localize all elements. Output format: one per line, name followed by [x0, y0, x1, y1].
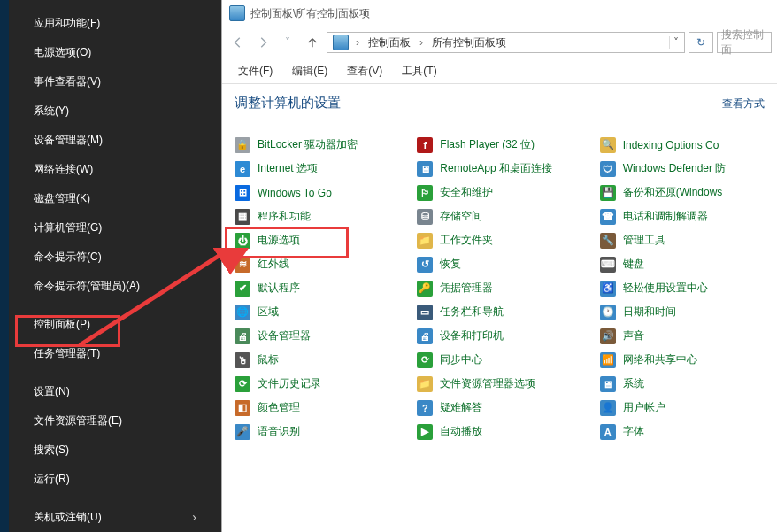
control-panel-item[interactable]: ▭任务栏和导航	[417, 304, 581, 320]
breadcrumb[interactable]: 控制面板	[363, 35, 416, 50]
control-panel-item[interactable]: 🔍Indexing Options Co	[600, 136, 765, 153]
item-label[interactable]: 工作文件夹	[440, 233, 493, 248]
item-label[interactable]: Indexing Options Co	[623, 139, 719, 151]
control-panel-item[interactable]: ⟳同步中心	[417, 351, 581, 368]
control-panel-item[interactable]: 🌐区域	[235, 304, 399, 320]
control-panel-item[interactable]: 🖥系统	[600, 375, 765, 392]
breadcrumb[interactable]: 所有控制面板项	[427, 35, 512, 50]
menu-tools[interactable]: 工具(T)	[396, 62, 442, 81]
item-label[interactable]: 声音	[623, 328, 644, 343]
ctx-control-panel[interactable]: 控制面板(P)	[9, 310, 221, 339]
item-label[interactable]: 语音识别	[258, 424, 300, 439]
ctx-network-connections[interactable]: 网络连接(W)	[9, 155, 221, 184]
control-panel-item[interactable]: 📁文件资源管理器选项	[417, 375, 581, 392]
ctx-system[interactable]: 系统(Y)	[9, 96, 221, 126]
control-panel-item[interactable]: 🔊声音	[600, 328, 765, 344]
item-label[interactable]: 默认程序	[258, 281, 300, 296]
control-panel-item[interactable]: ▦程序和功能	[235, 208, 399, 225]
ctx-run[interactable]: 运行(R)	[9, 465, 221, 494]
control-panel-item[interactable]: ♿轻松使用设置中心	[600, 280, 765, 297]
control-panel-item[interactable]: 📶网络和共享中心	[600, 351, 765, 368]
item-label[interactable]: Flash Player (32 位)	[440, 137, 535, 152]
control-panel-item[interactable]: 🔑凭据管理器	[417, 280, 581, 297]
control-panel-item[interactable]: 🔧管理工具	[600, 232, 765, 249]
control-panel-item[interactable]: 🔒BitLocker 驱动器加密	[235, 136, 399, 153]
ctx-search[interactable]: 搜索(S)	[9, 436, 221, 465]
control-panel-item[interactable]: ✔默认程序	[235, 280, 399, 297]
item-label[interactable]: 安全和维护	[440, 185, 493, 200]
control-panel-item[interactable]: 👤用户帐户	[600, 399, 765, 416]
chevron-right-icon[interactable]: ›	[356, 36, 359, 49]
control-panel-item[interactable]: ⛁存储空间	[417, 208, 581, 225]
item-label[interactable]: 键盘	[623, 257, 644, 272]
item-label[interactable]: 用户帐户	[623, 400, 665, 415]
item-label[interactable]: 网络和共享中心	[623, 352, 697, 367]
ctx-power-options[interactable]: 电源选项(O)	[9, 38, 221, 67]
ctx-task-manager[interactable]: 任务管理器(T)	[9, 339, 221, 368]
ctx-device-manager[interactable]: 设备管理器(M)	[9, 126, 221, 155]
menu-view[interactable]: 查看(V)	[342, 62, 388, 81]
control-panel-item[interactable]: ⟳文件历史记录	[235, 375, 399, 392]
item-label[interactable]: Windows Defender 防	[623, 161, 727, 176]
item-label[interactable]: 区域	[258, 305, 279, 320]
item-label[interactable]: 鼠标	[258, 352, 279, 367]
control-panel-item[interactable]: 🖨设备管理器	[235, 328, 399, 344]
item-label[interactable]: 文件资源管理器选项	[440, 376, 535, 391]
address-field[interactable]: › 控制面板 › 所有控制面板项 ˅	[327, 32, 685, 53]
item-label[interactable]: 自动播放	[440, 424, 482, 439]
control-panel-item[interactable]: A字体	[600, 423, 765, 440]
forward-button[interactable]	[252, 32, 273, 53]
ctx-apps-features[interactable]: 应用和功能(F)	[9, 9, 221, 38]
ctx-settings[interactable]: 设置(N)	[9, 377, 221, 406]
ctx-cmd[interactable]: 命令提示符(C)	[9, 243, 221, 272]
item-label[interactable]: 疑难解答	[440, 400, 482, 415]
item-label[interactable]: 文件历史记录	[258, 376, 321, 391]
item-label[interactable]: 存储空间	[440, 209, 482, 224]
item-label[interactable]: 红外线	[258, 257, 289, 272]
item-label[interactable]: BitLocker 驱动器加密	[258, 137, 358, 152]
item-label[interactable]: 管理工具	[623, 233, 665, 248]
control-panel-item[interactable]: 📁工作文件夹	[417, 232, 581, 249]
item-label[interactable]: RemoteApp 和桌面连接	[440, 161, 552, 176]
control-panel-item[interactable]: 🏳安全和维护	[417, 184, 581, 201]
control-panel-item[interactable]: 🛡Windows Defender 防	[600, 160, 765, 177]
up-button[interactable]	[302, 32, 323, 53]
item-label[interactable]: 轻松使用设置中心	[623, 281, 708, 296]
control-panel-item[interactable]: 🖨设备和打印机	[417, 328, 581, 344]
control-panel-item[interactable]: ↺恢复	[417, 256, 581, 273]
menu-edit[interactable]: 编辑(E)	[287, 62, 333, 81]
item-label[interactable]: 凭据管理器	[440, 281, 493, 296]
control-panel-item[interactable]: 💾备份和还原(Windows	[600, 184, 765, 201]
ctx-disk-management[interactable]: 磁盘管理(K)	[9, 184, 221, 213]
control-panel-item[interactable]: ⊞Windows To Go	[235, 184, 399, 201]
ctx-computer-management[interactable]: 计算机管理(G)	[9, 213, 221, 243]
control-panel-item[interactable]: eInternet 选项	[235, 160, 399, 177]
item-label[interactable]: 同步中心	[440, 352, 482, 367]
control-panel-item[interactable]: ▶自动播放	[417, 423, 581, 440]
item-label[interactable]: 任务栏和导航	[440, 305, 504, 320]
control-panel-item[interactable]: ◧颜色管理	[235, 399, 399, 416]
ctx-cmd-admin[interactable]: 命令提示符(管理员)(A)	[9, 272, 221, 301]
item-label[interactable]: 电话和调制解调器	[623, 209, 708, 224]
control-panel-item[interactable]: 🕐日期和时间	[600, 304, 765, 320]
item-label[interactable]: 恢复	[440, 257, 461, 272]
ctx-event-viewer[interactable]: 事件查看器(V)	[9, 67, 221, 96]
control-panel-item[interactable]: 🎤语音识别	[235, 423, 399, 440]
control-panel-item[interactable]: 🖱鼠标	[235, 351, 399, 368]
view-by-label[interactable]: 查看方式	[722, 96, 765, 112]
item-label[interactable]: 备份和还原(Windows	[623, 185, 723, 200]
item-label[interactable]: 日期和时间	[623, 305, 676, 320]
item-label[interactable]: 系统	[623, 376, 644, 391]
item-label[interactable]: Internet 选项	[258, 161, 318, 176]
control-panel-item[interactable]: ⏻电源选项	[235, 232, 399, 249]
search-input[interactable]: 搜索控制面	[717, 32, 772, 53]
item-label[interactable]: Windows To Go	[258, 187, 332, 199]
item-label[interactable]: 设备和打印机	[440, 328, 504, 343]
control-panel-item[interactable]: fFlash Player (32 位)	[417, 136, 581, 153]
refresh-button[interactable]: ↻	[689, 32, 713, 53]
item-label[interactable]: 程序和功能	[258, 209, 311, 224]
back-button[interactable]	[227, 32, 249, 53]
ctx-shutdown-signout[interactable]: 关机或注销(U) ›	[9, 503, 221, 532]
control-panel-item[interactable]: ☎电话和调制解调器	[600, 208, 765, 225]
ctx-file-explorer[interactable]: 文件资源管理器(E)	[9, 406, 221, 436]
